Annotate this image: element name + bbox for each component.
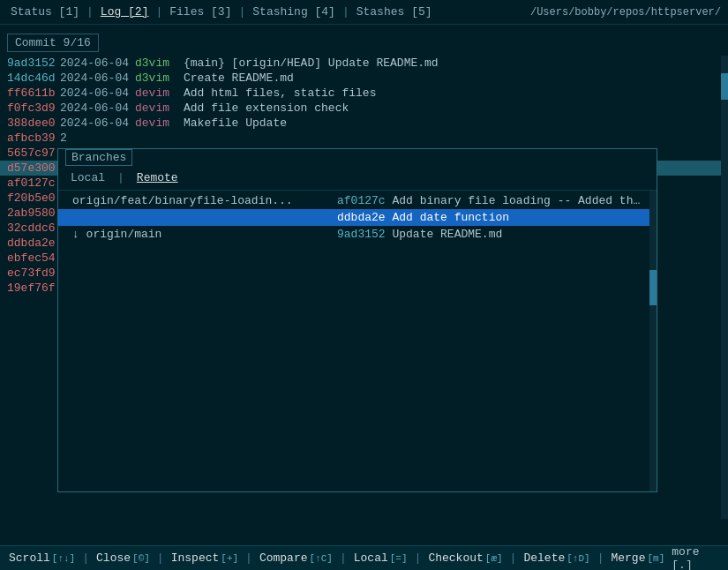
- commit-num: 2: [60, 131, 78, 145]
- commit-date: 2024-06-04: [60, 116, 135, 130]
- commit-date: 2024-06-04: [60, 56, 135, 70]
- commit-hash: d57e300: [7, 161, 60, 175]
- branch-tab-local[interactable]: Local: [65, 169, 110, 186]
- branch-detail-right: af0127c Add binary file loading -- Added…: [337, 194, 642, 207]
- tab-stashes[interactable]: Stashes [5]: [353, 4, 436, 20]
- commit-hash: ff6611b: [7, 86, 60, 100]
- commit-date: 2024-06-04: [60, 101, 135, 115]
- local-button[interactable]: Local [=]: [350, 550, 411, 566]
- branch-item[interactable]: origin/feat/binaryfile-loadin... af0127c…: [58, 192, 657, 209]
- bottom-bar: Scroll [↑↓] | Close [©] | Inspect [+] | …: [0, 545, 728, 570]
- scroll-button[interactable]: Scroll [↑↓]: [5, 550, 79, 566]
- commit-hash: ec73fd9: [7, 266, 60, 280]
- log-entry[interactable]: afbcb39 2: [0, 131, 728, 146]
- branch-list-spacer: [58, 243, 657, 490]
- commit-author: d3vim: [135, 71, 184, 85]
- tab-status[interactable]: Status [1]: [7, 4, 83, 20]
- commit-author: devim: [135, 86, 184, 100]
- branch-list: origin/feat/binaryfile-loadin... af0127c…: [58, 191, 657, 491]
- commit-hash: afbcb39: [7, 131, 60, 145]
- delete-button[interactable]: Delete [↑D]: [520, 550, 593, 566]
- commit-hash: 32cddc6: [7, 221, 60, 235]
- branches-popup: Branches Local | Remote origin/feat/bina…: [57, 148, 657, 492]
- commit-hash: f20b5e0: [7, 191, 60, 205]
- log-entry[interactable]: ff6611b 2024-06-04 devim Add html files,…: [0, 86, 728, 101]
- commit-hash: 388dee0: [7, 116, 60, 130]
- branch-name-left: origin/feat/binaryfile-loadin...: [72, 194, 337, 207]
- commit-message: Makefile Update: [184, 116, 721, 130]
- main-scrollbar[interactable]: [721, 56, 728, 519]
- branch-item[interactable]: ↓ origin/main 9ad3152 Update README.md: [58, 226, 657, 243]
- commit-date: 2024-06-04: [60, 71, 135, 85]
- scrollbar-track[interactable]: [649, 191, 657, 491]
- branch-detail-right: 9ad3152 Update README.md: [337, 228, 642, 241]
- commit-hash: ebfec54: [7, 251, 60, 265]
- commit-hash: f0fc3d9: [7, 101, 60, 115]
- branch-hash: 9ad3152: [337, 228, 386, 241]
- log-entry[interactable]: 388dee0 2024-06-04 devim Makefile Update: [0, 116, 728, 131]
- branch-item-selected[interactable]: ddbda2e Add date function: [58, 209, 657, 226]
- branches-tabs: Local | Remote: [58, 166, 657, 191]
- branch-tab-remote[interactable]: Remote: [131, 169, 184, 186]
- log-entry[interactable]: 14dc46d 2024-06-04 d3vim Create README.m…: [0, 71, 728, 86]
- branch-hash: ddbda2e: [337, 211, 386, 224]
- branch-detail-right: ddbda2e Add date function: [337, 211, 642, 224]
- commit-message: Add file extension check: [184, 101, 721, 115]
- top-bar: Status [1] | Log [2] | Files [3] | Stash…: [0, 0, 728, 25]
- commit-date: 2024-06-04: [60, 86, 135, 100]
- log-entry[interactable]: f0fc3d9 2024-06-04 devim Add file extens…: [0, 101, 728, 116]
- commit-author: devim: [135, 116, 184, 130]
- commit-author: devim: [135, 101, 184, 115]
- main-content: Commit 9/16 9ad3152 2024-06-04 d3vim {ma…: [0, 25, 728, 545]
- commit-hash: 19ef76f: [7, 281, 60, 295]
- branches-header: Branches: [58, 149, 657, 166]
- close-button[interactable]: Close [©]: [93, 550, 154, 566]
- more-button[interactable]: more [.]: [672, 545, 723, 571]
- breadcrumb-path: /Users/bobby/repos/httpserver/: [530, 6, 721, 19]
- commit-message: Add html files, static files: [184, 86, 721, 100]
- commit-hash: 14dc46d: [7, 71, 60, 85]
- commit-message: Create README.md: [184, 71, 721, 85]
- merge-button[interactable]: Merge [m]: [607, 550, 668, 566]
- commit-hash: 5657c97: [7, 146, 60, 160]
- compare-button[interactable]: Compare [↑C]: [256, 550, 336, 566]
- commit-hash: 2ab9580: [7, 206, 60, 220]
- main-scrollbar-thumb[interactable]: [721, 73, 728, 100]
- commit-hash: ddbda2e: [7, 236, 60, 250]
- commit-header: Commit 9/16: [7, 34, 99, 52]
- branch-hash: af0127c: [337, 194, 386, 207]
- commit-hash: 9ad3152: [7, 56, 60, 70]
- commit-author: d3vim: [135, 56, 184, 70]
- scrollbar-thumb[interactable]: [649, 270, 657, 305]
- checkout-button[interactable]: Checkout [æ]: [424, 550, 506, 566]
- branch-name-left: ↓ origin/main: [72, 228, 337, 241]
- tab-stashing[interactable]: Stashing [4]: [249, 4, 339, 20]
- log-entry[interactable]: 9ad3152 2024-06-04 d3vim {main} [origin/…: [0, 56, 728, 71]
- branch-name-left: [72, 211, 337, 224]
- tab-log[interactable]: Log [2]: [97, 4, 153, 20]
- inspect-button[interactable]: Inspect [+]: [168, 550, 242, 566]
- commit-message: {main} [origin/HEAD] Update README.md: [184, 56, 721, 70]
- tab-files[interactable]: Files [3]: [166, 4, 235, 20]
- commit-hash: af0127c: [7, 176, 60, 190]
